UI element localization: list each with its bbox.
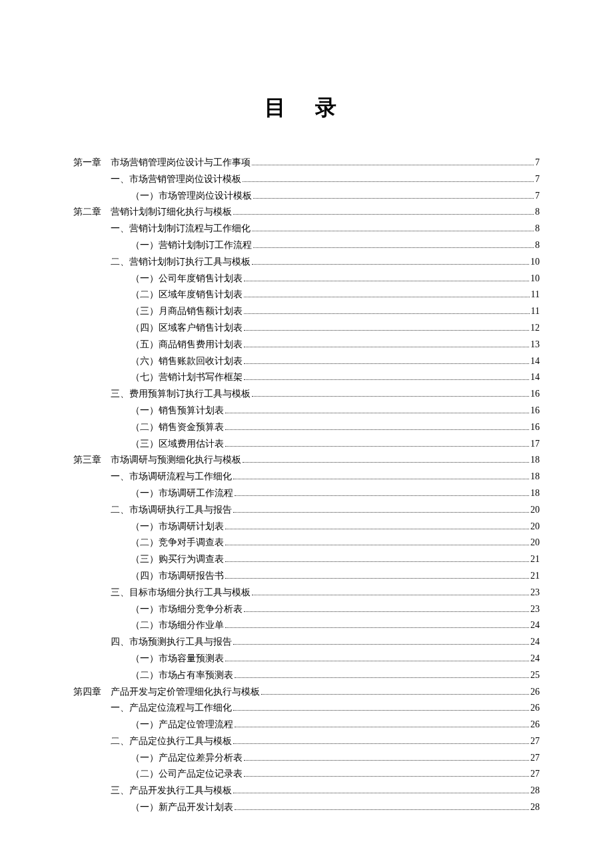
page-number: 27 bbox=[530, 733, 540, 749]
leader-dots bbox=[244, 313, 530, 314]
entry-text: 三、费用预算制订执行工具与模板 bbox=[111, 386, 251, 402]
page-number: 23 bbox=[530, 585, 540, 601]
entry-text: 三、产品开发执行工具与模板 bbox=[111, 783, 232, 799]
entry-text: （三）月商品销售额计划表 bbox=[111, 303, 243, 319]
page-number: 10 bbox=[530, 254, 540, 270]
page-number: 14 bbox=[530, 369, 540, 385]
toc-entry: （二）公司产品定位记录表27 bbox=[73, 766, 540, 782]
entry-text: （一）市场调研计划表 bbox=[111, 519, 224, 535]
entry-text: （一）营销计划制订工作流程 bbox=[111, 237, 252, 253]
entry-text: 二、产品定位执行工具与模板 bbox=[111, 733, 232, 749]
toc-entry: 一、市场调研流程与工作细化18 bbox=[73, 469, 540, 485]
entry-text: （一）产品定位差异分析表 bbox=[111, 750, 243, 766]
leader-dots bbox=[233, 512, 529, 513]
toc-entry: （五）商品销售费用计划表13 bbox=[73, 337, 540, 353]
entry-text: （一）新产品开发计划表 bbox=[111, 799, 233, 815]
toc-container: 第一章市场营销管理岗位设计与工作事项7一、市场营销管理岗位设计模板7（一）市场管… bbox=[73, 155, 540, 815]
toc-entry: （一）产品定位管理流程26 bbox=[73, 717, 540, 733]
entry-text: （一）市场调研工作流程 bbox=[111, 485, 233, 501]
page-number: 27 bbox=[530, 750, 540, 766]
leader-dots bbox=[233, 710, 529, 711]
entry-text: （一）销售预算计划表 bbox=[111, 403, 224, 419]
toc-entry: （一）销售预算计划表16 bbox=[73, 403, 540, 419]
leader-dots bbox=[225, 413, 529, 413]
toc-entry: （一）产品定位差异分析表27 bbox=[73, 750, 540, 766]
toc-entry: 三、产品开发执行工具与模板28 bbox=[73, 783, 540, 799]
leader-dots bbox=[244, 611, 529, 612]
toc-entry: 一、营销计划制订流程与工作细化8 bbox=[73, 221, 540, 237]
toc-entry: 四、市场预测执行工具与报告24 bbox=[73, 634, 540, 650]
entry-text: 二、营销计划制订执行工具与模板 bbox=[111, 254, 251, 270]
entry-text: （三）购买行为调查表 bbox=[111, 551, 224, 567]
page-number: 21 bbox=[530, 551, 540, 567]
leader-dots bbox=[244, 379, 529, 380]
page-number: 11 bbox=[531, 287, 540, 303]
toc-entry: （三）区域费用估计表17 bbox=[73, 436, 540, 452]
page-number: 18 bbox=[530, 485, 540, 501]
entry-text: （五）商品销售费用计划表 bbox=[111, 337, 243, 353]
page-number: 7 bbox=[535, 188, 540, 204]
entry-text: 四、市场预测执行工具与报告 bbox=[111, 634, 232, 650]
page-number: 12 bbox=[530, 320, 540, 336]
leader-dots bbox=[253, 247, 534, 248]
leader-dots bbox=[261, 694, 529, 695]
toc-entry: （一）公司年度销售计划表10 bbox=[73, 271, 540, 287]
entry-text: （一）市场管理岗位设计模板 bbox=[111, 188, 252, 204]
entry-text: （二）区域年度销售计划表 bbox=[111, 287, 243, 303]
toc-entry: 二、产品定位执行工具与模板27 bbox=[73, 733, 540, 749]
leader-dots bbox=[225, 561, 529, 562]
chapter-label: 第一章 bbox=[73, 155, 111, 171]
page-number: 20 bbox=[530, 502, 540, 518]
page-number: 24 bbox=[530, 651, 540, 667]
page-number: 18 bbox=[530, 469, 540, 485]
toc-entry: （一）市场容量预测表24 bbox=[73, 651, 540, 667]
leader-dots bbox=[244, 760, 529, 761]
entry-text: （一）市场容量预测表 bbox=[111, 651, 224, 667]
page-number: 24 bbox=[530, 634, 540, 650]
toc-entry: （一）营销计划制订工作流程8 bbox=[73, 237, 540, 253]
chapter-label: 第二章 bbox=[73, 204, 111, 220]
leader-dots bbox=[235, 727, 529, 727]
toc-entry: （二）销售资金预算表16 bbox=[73, 419, 540, 435]
leader-dots bbox=[233, 644, 529, 645]
page-number: 20 bbox=[530, 535, 540, 551]
page-number: 25 bbox=[530, 667, 540, 683]
entry-text: （四）市场调研报告书 bbox=[111, 568, 224, 584]
toc-entry: （四）区域客户销售计划表12 bbox=[73, 320, 540, 336]
page-number: 16 bbox=[530, 386, 540, 402]
entry-text: 三、目标市场细分执行工具与模板 bbox=[111, 585, 251, 601]
leader-dots bbox=[233, 479, 529, 479]
toc-entry: 第三章市场调研与预测细化执行与模板18 bbox=[73, 452, 540, 468]
page-number: 27 bbox=[530, 766, 540, 782]
page-number: 28 bbox=[530, 799, 540, 815]
leader-dots bbox=[244, 297, 530, 297]
toc-entry: （二）市场细分作业单24 bbox=[73, 617, 540, 633]
page-number: 26 bbox=[530, 700, 540, 716]
page-number: 26 bbox=[530, 717, 540, 733]
page-number: 8 bbox=[535, 237, 540, 253]
toc-entry: 三、费用预算制订执行工具与模板16 bbox=[73, 386, 540, 402]
leader-dots bbox=[235, 809, 529, 810]
toc-entry: 第四章产品开发与定价管理细化执行与模板26 bbox=[73, 684, 540, 700]
leader-dots bbox=[235, 495, 529, 496]
leader-dots bbox=[235, 677, 529, 678]
leader-dots bbox=[225, 661, 529, 661]
toc-entry: （一）市场细分竞争分析表23 bbox=[73, 601, 540, 617]
toc-entry: 二、市场调研执行工具与报告20 bbox=[73, 502, 540, 518]
page-number: 24 bbox=[530, 617, 540, 633]
page-number: 28 bbox=[530, 783, 540, 799]
page-number: 11 bbox=[531, 303, 540, 319]
toc-entry: （二）市场占有率预测表25 bbox=[73, 667, 540, 683]
toc-title: 目 录 bbox=[73, 93, 540, 123]
leader-dots bbox=[252, 595, 529, 595]
entry-text: （六）销售账款回收计划表 bbox=[111, 353, 243, 369]
leader-dots bbox=[244, 281, 529, 281]
toc-entry: 第一章市场营销管理岗位设计与工作事项7 bbox=[73, 155, 540, 171]
toc-entry: （二）区域年度销售计划表11 bbox=[73, 287, 540, 303]
entry-text: 营销计划制订细化执行与模板 bbox=[111, 204, 232, 220]
chapter-label: 第四章 bbox=[73, 684, 111, 700]
leader-dots bbox=[244, 347, 529, 347]
leader-dots bbox=[225, 578, 529, 579]
leader-dots bbox=[233, 793, 529, 793]
toc-entry: 一、产品定位流程与工作细化26 bbox=[73, 700, 540, 716]
